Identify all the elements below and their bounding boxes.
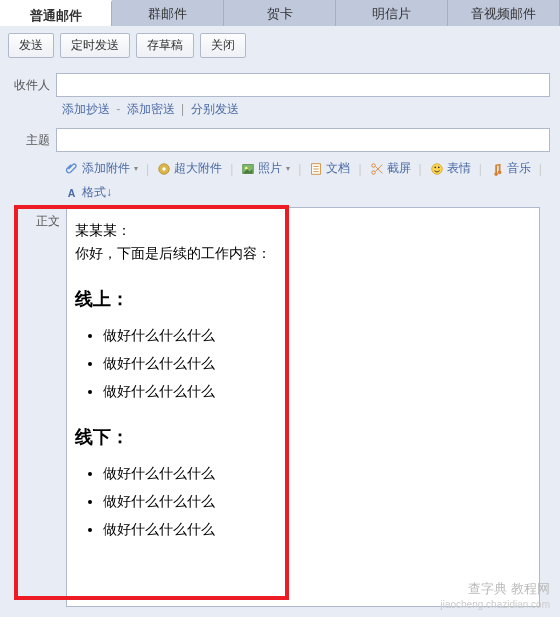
compose-form: 收件人 添加抄送 - 添加密送 | 分别发送 主题 添加附件 ▾ | 超大附件 … xyxy=(0,65,560,607)
list-item: 做好什么什么什么 xyxy=(103,325,531,346)
svg-point-9 xyxy=(371,170,375,174)
svg-point-12 xyxy=(431,163,442,174)
add-attachment-button[interactable]: 添加附件 ▾ xyxy=(62,158,141,179)
format-button[interactable]: A 格式↓ xyxy=(62,182,115,203)
svg-point-13 xyxy=(434,166,436,168)
screenshot-button[interactable]: 截屏 xyxy=(367,158,414,179)
tab-av-mail[interactable]: 音视频邮件 xyxy=(448,0,560,26)
subject-label: 主题 xyxy=(10,132,56,149)
photo-icon xyxy=(241,162,255,176)
music-label: 音乐 xyxy=(507,160,531,177)
add-attachment-label: 添加附件 xyxy=(82,160,130,177)
action-button-bar: 发送 定时发送 存草稿 关闭 xyxy=(0,26,560,65)
add-cc-link[interactable]: 添加抄送 xyxy=(62,102,110,116)
format-label: 格式↓ xyxy=(82,184,112,201)
document-button[interactable]: 文档 xyxy=(306,158,353,179)
timed-send-button[interactable]: 定时发送 xyxy=(60,33,130,58)
photo-button[interactable]: 照片 ▾ xyxy=(238,158,293,179)
compose-toolbar: 添加附件 ▾ | 超大附件 | 照片 ▾ | 文档 | 截屏 | 表情 | xyxy=(62,158,550,203)
save-draft-button[interactable]: 存草稿 xyxy=(136,33,194,58)
subject-input[interactable] xyxy=(56,128,550,152)
music-button[interactable]: 音乐 xyxy=(487,158,534,179)
send-button[interactable]: 发送 xyxy=(8,33,54,58)
section-offline-title: 线下： xyxy=(75,424,531,451)
link-separator: | xyxy=(181,102,184,116)
smile-icon xyxy=(430,162,444,176)
document-icon xyxy=(309,162,323,176)
greeting-name: 某某某： xyxy=(75,220,531,241)
chevron-down-icon: ▾ xyxy=(286,164,290,173)
tab-group-mail[interactable]: 群邮件 xyxy=(112,0,224,26)
section-online-list: 做好什么什么什么 做好什么什么什么 做好什么什么什么 xyxy=(103,325,531,402)
svg-point-8 xyxy=(371,163,375,167)
document-label: 文档 xyxy=(326,160,350,177)
body-editor[interactable]: 某某某： 你好，下面是后续的工作内容： 线上： 做好什么什么什么 做好什么什么什… xyxy=(66,207,540,607)
svg-line-10 xyxy=(375,166,382,173)
tab-normal-mail[interactable]: 普通邮件 xyxy=(0,0,112,26)
section-offline-list: 做好什么什么什么 做好什么什么什么 做好什么什么什么 xyxy=(103,463,531,540)
svg-text:A: A xyxy=(68,186,76,198)
scissors-icon xyxy=(370,162,384,176)
tab-greeting-card[interactable]: 贺卡 xyxy=(224,0,336,26)
svg-point-14 xyxy=(438,166,440,168)
svg-point-1 xyxy=(162,167,166,171)
close-button[interactable]: 关闭 xyxy=(200,33,246,58)
emoji-label: 表情 xyxy=(447,160,471,177)
link-separator: - xyxy=(116,102,120,116)
music-note-icon xyxy=(490,162,504,176)
list-item: 做好什么什么什么 xyxy=(103,381,531,402)
screenshot-label: 截屏 xyxy=(387,160,411,177)
list-item: 做好什么什么什么 xyxy=(103,519,531,540)
list-item: 做好什么什么什么 xyxy=(103,491,531,512)
paperclip-icon xyxy=(65,162,79,176)
section-online-title: 线上： xyxy=(75,286,531,313)
watermark-line1: 查字典 教程网 xyxy=(440,581,550,598)
emoji-button[interactable]: 表情 xyxy=(427,158,474,179)
add-bcc-link[interactable]: 添加密送 xyxy=(127,102,175,116)
large-attachment-label: 超大附件 xyxy=(174,160,222,177)
large-attachment-button[interactable]: 超大附件 xyxy=(154,158,225,179)
mail-type-tabs: 普通邮件 群邮件 贺卡 明信片 音视频邮件 xyxy=(0,0,560,26)
tab-postcard[interactable]: 明信片 xyxy=(336,0,448,26)
watermark-line2: jiaocheng.chazidian.com xyxy=(440,598,550,611)
send-separately-link[interactable]: 分别发送 xyxy=(191,102,239,116)
greeting-text: 你好，下面是后续的工作内容： xyxy=(75,243,531,264)
list-item: 做好什么什么什么 xyxy=(103,353,531,374)
chevron-down-icon: ▾ xyxy=(134,164,138,173)
watermark: 查字典 教程网 jiaocheng.chazidian.com xyxy=(440,581,550,611)
recipient-input[interactable] xyxy=(56,73,550,97)
photo-label: 照片 xyxy=(258,160,282,177)
list-item: 做好什么什么什么 xyxy=(103,463,531,484)
svg-line-11 xyxy=(375,164,382,171)
text-format-icon: A xyxy=(65,186,79,200)
body-label: 正文 xyxy=(20,207,66,607)
recipient-label: 收件人 xyxy=(10,77,56,94)
disk-icon xyxy=(157,162,171,176)
